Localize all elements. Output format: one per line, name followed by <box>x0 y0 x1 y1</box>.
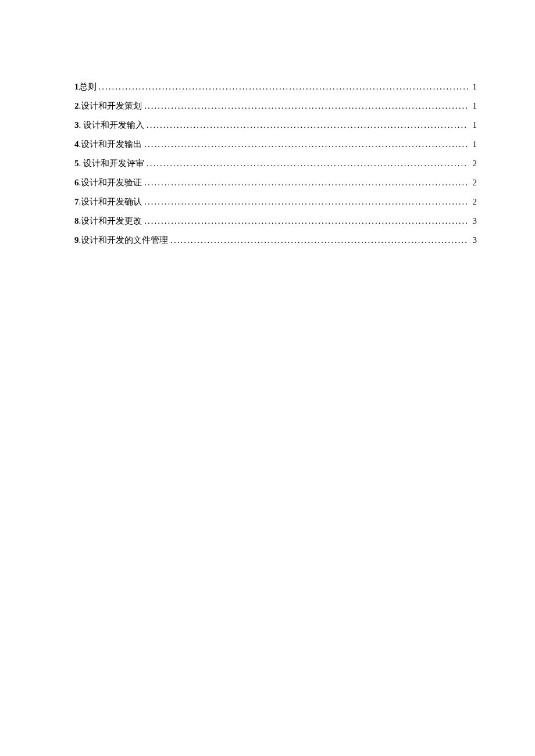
toc-dots <box>144 139 468 149</box>
toc-number: 2 <box>74 101 79 111</box>
toc-title: .设计和开发策划 <box>79 101 142 112</box>
toc-entry[interactable]: 7 .设计和开发确认 2 <box>74 196 477 207</box>
toc-entry[interactable]: 8 .设计和开发更改 3 <box>74 216 477 227</box>
toc-number: 7 <box>74 197 79 207</box>
toc-page: 1 <box>470 82 477 92</box>
toc-entry[interactable]: 3 . 设计和开发输入 1 <box>74 120 477 131</box>
toc-dots <box>144 216 468 226</box>
toc-page: 2 <box>470 159 477 169</box>
toc-dots <box>99 82 468 92</box>
toc-dots <box>144 197 468 207</box>
toc-title: . 设计和开发输入 <box>79 120 145 131</box>
toc-number: 8 <box>74 216 79 226</box>
toc-dots <box>144 178 468 188</box>
toc-page: 3 <box>470 235 477 245</box>
toc-title: .设计和开发验证 <box>79 177 142 188</box>
toc-number: 3 <box>74 120 79 130</box>
toc-entry[interactable]: 5 . 设计和开发评审 2 <box>74 158 477 169</box>
toc-number: 9 <box>74 235 79 245</box>
toc-page: 1 <box>470 101 477 111</box>
toc-title: .设计和开发输出 <box>79 139 142 150</box>
toc-title: .设计和开发更改 <box>79 216 142 227</box>
toc-number: 6 <box>74 178 79 188</box>
toc-entry[interactable]: 4 .设计和开发输出 1 <box>74 139 477 150</box>
toc-page: 2 <box>470 178 477 188</box>
toc-entry[interactable]: 6 .设计和开发验证 2 <box>74 177 477 188</box>
toc-page: 2 <box>470 197 477 207</box>
toc-entry[interactable]: 2 .设计和开发策划 1 <box>74 101 477 112</box>
toc-page: 1 <box>470 139 477 149</box>
toc-title: .设计和开发的文件管理 <box>79 235 169 246</box>
toc-dots <box>147 159 468 169</box>
toc-number: 1 <box>74 82 79 92</box>
toc-number: 4 <box>74 139 79 149</box>
toc-container: 1 总则 1 2 .设计和开发策划 1 3 . 设计和开发输入 1 4 .设计和… <box>74 81 477 246</box>
toc-dots <box>170 235 468 245</box>
toc-number: 5 <box>74 159 79 169</box>
toc-page: 1 <box>470 120 477 130</box>
toc-dots <box>144 101 468 111</box>
toc-title: .设计和开发确认 <box>79 196 142 207</box>
toc-dots <box>147 120 468 130</box>
toc-title: . 设计和开发评审 <box>79 158 145 169</box>
toc-entry[interactable]: 1 总则 1 <box>74 81 477 92</box>
toc-title: 总则 <box>79 81 97 92</box>
toc-entry[interactable]: 9 .设计和开发的文件管理 3 <box>74 235 477 246</box>
toc-page: 3 <box>470 216 477 226</box>
